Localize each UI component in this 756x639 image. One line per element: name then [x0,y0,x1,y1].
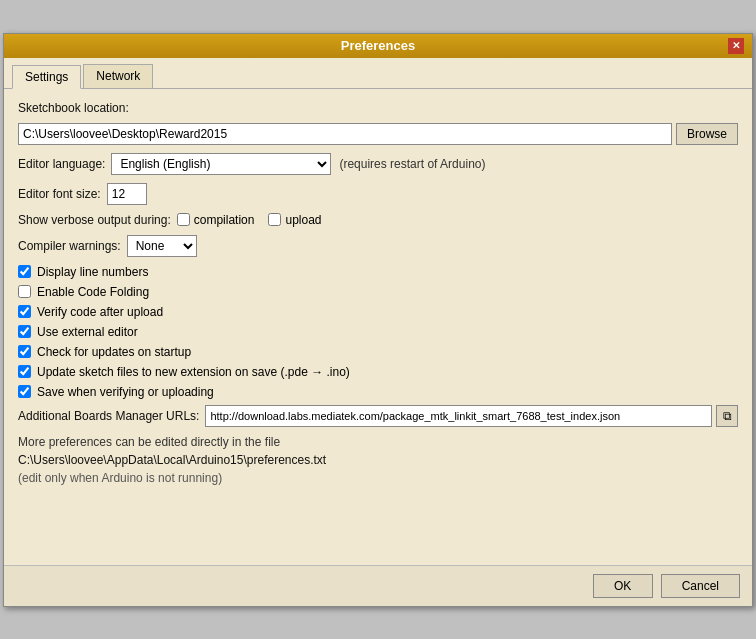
more-prefs-text: More preferences can be edited directly … [18,435,738,449]
display-line-numbers-checkbox[interactable] [18,265,31,278]
update-sketch-label[interactable]: Update sketch files to new extension on … [37,365,350,379]
check-updates-label[interactable]: Check for updates on startup [37,345,191,359]
check-updates-checkbox[interactable] [18,345,31,358]
verify-code-checkbox[interactable] [18,305,31,318]
tabs-bar: Settings Network [4,58,752,89]
verbose-output-row: Show verbose output during: compilation … [18,213,738,227]
enable-code-folding-label[interactable]: Enable Code Folding [37,285,149,299]
close-button[interactable]: ✕ [728,38,744,54]
editor-language-label: Editor language: [18,157,105,171]
checkbox-row-update-sketch: Update sketch files to new extension on … [18,365,738,379]
sketchbook-input-row: Browse [18,123,738,145]
edit-note: (edit only when Arduino is not running) [18,471,738,485]
checkbox-row-external-editor: Use external editor [18,325,738,339]
sketchbook-input[interactable] [18,123,672,145]
enable-code-folding-checkbox[interactable] [18,285,31,298]
compiler-warnings-select[interactable]: None [127,235,197,257]
compiler-warnings-row: Compiler warnings: None [18,235,738,257]
compiler-warnings-label: Compiler warnings: [18,239,121,253]
boards-manager-label: Additional Boards Manager URLs: [18,409,199,423]
editor-font-size-input[interactable] [107,183,147,205]
editor-language-select[interactable]: English (English) [111,153,331,175]
boards-manager-row: Additional Boards Manager URLs: ⧉ [18,405,738,427]
title-bar: Preferences ✕ [4,34,752,58]
boards-manager-input[interactable] [205,405,712,427]
upload-checkbox-label[interactable]: upload [268,213,321,227]
editor-font-size-label: Editor font size: [18,187,101,201]
tab-network[interactable]: Network [83,64,153,88]
verbose-label: Show verbose output during: [18,213,171,227]
sketchbook-location-row: Sketchbook location: [18,101,738,115]
compilation-checkbox[interactable] [177,213,190,226]
copy-boards-button[interactable]: ⧉ [716,405,738,427]
upload-checkbox[interactable] [268,213,281,226]
sketchbook-label: Sketchbook location: [18,101,129,115]
ok-button[interactable]: OK [593,574,653,598]
window-title: Preferences [28,38,728,53]
browse-button[interactable]: Browse [676,123,738,145]
settings-content: Sketchbook location: Browse Editor langu… [4,89,752,565]
compilation-checkbox-label[interactable]: compilation [177,213,255,227]
use-external-editor-label[interactable]: Use external editor [37,325,138,339]
prefs-path: C:\Users\loovee\AppData\Local\Arduino15\… [18,453,738,467]
checkbox-row-save-verifying: Save when verifying or uploading [18,385,738,399]
restart-note: (requires restart of Arduino) [339,157,485,171]
checkbox-row-enable-code-folding: Enable Code Folding [18,285,738,299]
checkbox-row-display-line-numbers: Display line numbers [18,265,738,279]
display-line-numbers-label[interactable]: Display line numbers [37,265,148,279]
cancel-button[interactable]: Cancel [661,574,740,598]
editor-font-size-row: Editor font size: [18,183,738,205]
editor-language-row: Editor language: English (English) (requ… [18,153,738,175]
update-sketch-checkbox[interactable] [18,365,31,378]
preferences-window: Preferences ✕ Settings Network Sketchboo… [3,33,753,607]
bottom-spacer [18,493,738,553]
compilation-label: compilation [194,213,255,227]
save-verifying-checkbox[interactable] [18,385,31,398]
bottom-bar: OK Cancel [4,565,752,606]
tab-settings[interactable]: Settings [12,65,81,89]
save-verifying-label[interactable]: Save when verifying or uploading [37,385,214,399]
checkbox-row-check-updates: Check for updates on startup [18,345,738,359]
use-external-editor-checkbox[interactable] [18,325,31,338]
checkbox-row-verify-code: Verify code after upload [18,305,738,319]
verify-code-label[interactable]: Verify code after upload [37,305,163,319]
upload-label: upload [285,213,321,227]
